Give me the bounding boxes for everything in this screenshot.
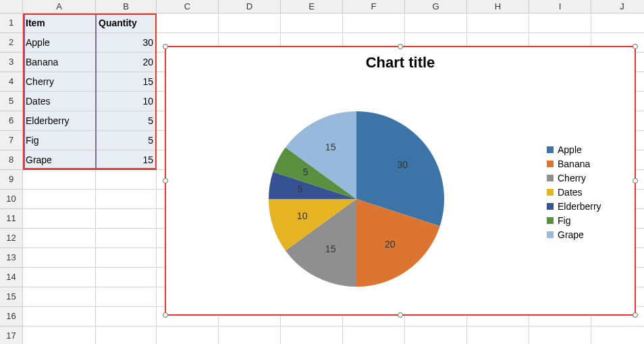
cell-B10[interactable] xyxy=(96,190,157,209)
cell-B7[interactable]: 5 xyxy=(96,131,157,150)
chart-handle-sw[interactable] xyxy=(163,312,168,318)
legend-item-cherry[interactable]: Cherry xyxy=(547,173,626,183)
cell-B14[interactable] xyxy=(96,268,157,287)
chart-legend[interactable]: AppleBananaCherryDatesElderberryFigGrape xyxy=(547,141,635,243)
cell-J1[interactable] xyxy=(591,13,644,33)
row-header-6[interactable]: 6 xyxy=(0,111,23,131)
cell-B16[interactable] xyxy=(96,307,157,326)
column-header-E[interactable]: E xyxy=(281,0,343,13)
chart-handle-s[interactable] xyxy=(398,312,403,318)
column-header-J[interactable]: J xyxy=(591,0,644,13)
column-header-I[interactable]: I xyxy=(529,0,591,13)
column-header-H[interactable]: H xyxy=(467,0,529,13)
legend-item-apple[interactable]: Apple xyxy=(547,144,626,155)
cell-A5[interactable]: Dates xyxy=(23,92,96,111)
cell-C1[interactable] xyxy=(157,13,219,33)
cell-A15[interactable] xyxy=(23,287,96,307)
cell-I1[interactable] xyxy=(529,13,591,33)
legend-item-grape[interactable]: Grape xyxy=(547,229,626,240)
pie-chart-area[interactable]: 302015105515 xyxy=(166,76,547,309)
row-header-16[interactable]: 16 xyxy=(0,307,23,326)
cell-E17[interactable] xyxy=(281,326,343,344)
row-header-1[interactable]: 1 xyxy=(0,13,23,33)
chart-handle-e[interactable] xyxy=(633,178,638,183)
cell-A2[interactable]: Apple xyxy=(23,33,96,53)
row-header-11[interactable]: 11 xyxy=(0,209,23,229)
legend-label: Elderberry xyxy=(558,201,601,212)
row-header-8[interactable]: 8 xyxy=(0,150,23,170)
row-header-7[interactable]: 7 xyxy=(0,131,23,150)
select-all-cell[interactable] xyxy=(0,0,23,13)
cell-I17[interactable] xyxy=(529,326,591,344)
row-header-14[interactable]: 14 xyxy=(0,268,23,287)
cell-B15[interactable] xyxy=(96,287,157,307)
row-header-17[interactable]: 17 xyxy=(0,326,23,344)
chart-title[interactable]: Chart title xyxy=(166,47,635,76)
column-header-C[interactable]: C xyxy=(157,0,219,13)
cell-A3[interactable]: Banana xyxy=(23,53,96,72)
cell-A9[interactable] xyxy=(23,170,96,190)
spreadsheet-sheet: ABCDEFGHIJ 1234567891011121314151617 Ite… xyxy=(0,0,644,344)
chart-handle-se[interactable] xyxy=(633,312,638,318)
legend-item-banana[interactable]: Banana xyxy=(547,159,626,169)
cell-E1[interactable] xyxy=(281,13,343,33)
legend-item-fig[interactable]: Fig xyxy=(547,215,626,226)
cell-B1[interactable]: Quantity xyxy=(96,13,157,33)
cell-B4[interactable]: 15 xyxy=(96,72,157,92)
column-header-F[interactable]: F xyxy=(343,0,405,13)
cell-A8[interactable]: Grape xyxy=(23,150,96,170)
row-header-3[interactable]: 3 xyxy=(0,53,23,72)
cell-B5[interactable]: 10 xyxy=(96,92,157,111)
column-header-G[interactable]: G xyxy=(405,0,467,13)
cell-B3[interactable]: 20 xyxy=(96,53,157,72)
legend-item-dates[interactable]: Dates xyxy=(547,187,626,198)
cell-G1[interactable] xyxy=(405,13,467,33)
legend-item-elderberry[interactable]: Elderberry xyxy=(547,201,626,212)
cell-A12[interactable] xyxy=(23,229,96,248)
chart-object[interactable]: Chart title 302015105515 AppleBananaCher… xyxy=(165,46,636,316)
row-header-9[interactable]: 9 xyxy=(0,170,23,190)
row-header-12[interactable]: 12 xyxy=(0,229,23,248)
cell-C17[interactable] xyxy=(157,326,219,344)
row-header-15[interactable]: 15 xyxy=(0,287,23,307)
cell-A6[interactable]: Elderberry xyxy=(23,111,96,131)
cell-B2[interactable]: 30 xyxy=(96,33,157,53)
cell-A7[interactable]: Fig xyxy=(23,131,96,150)
cell-F1[interactable] xyxy=(343,13,405,33)
cell-A10[interactable] xyxy=(23,190,96,209)
cell-B12[interactable] xyxy=(96,229,157,248)
chart-handle-ne[interactable] xyxy=(633,44,638,49)
column-header-A[interactable]: A xyxy=(23,0,96,13)
cell-A13[interactable] xyxy=(23,248,96,268)
column-header-B[interactable]: B xyxy=(96,0,157,13)
cell-B6[interactable]: 5 xyxy=(96,111,157,131)
cell-B9[interactable] xyxy=(96,170,157,190)
cell-A11[interactable] xyxy=(23,209,96,229)
cell-D17[interactable] xyxy=(219,326,281,344)
cell-B11[interactable] xyxy=(96,209,157,229)
cell-H1[interactable] xyxy=(467,13,529,33)
cell-G17[interactable] xyxy=(405,326,467,344)
chart-handle-nw[interactable] xyxy=(163,44,168,49)
cell-J17[interactable] xyxy=(591,326,644,344)
row-header-4[interactable]: 4 xyxy=(0,72,23,92)
cell-B8[interactable]: 15 xyxy=(96,150,157,170)
cell-A16[interactable] xyxy=(23,307,96,326)
cell-A14[interactable] xyxy=(23,268,96,287)
cell-A1[interactable]: Item xyxy=(23,13,96,33)
row-header-2[interactable]: 2 xyxy=(0,33,23,53)
row-header-10[interactable]: 10 xyxy=(0,190,23,209)
column-header-D[interactable]: D xyxy=(219,0,281,13)
chart-handle-n[interactable] xyxy=(398,44,403,49)
cell-F17[interactable] xyxy=(343,326,405,344)
row-header-13[interactable]: 13 xyxy=(0,248,23,268)
cell-A4[interactable]: Cherry xyxy=(23,72,96,92)
cell-D1[interactable] xyxy=(219,13,281,33)
cell-B13[interactable] xyxy=(96,248,157,268)
cell-B17[interactable] xyxy=(96,326,157,344)
chart-handle-w[interactable] xyxy=(163,178,168,183)
legend-label: Apple xyxy=(558,144,582,155)
cell-A17[interactable] xyxy=(23,326,96,344)
row-header-5[interactable]: 5 xyxy=(0,92,23,111)
cell-H17[interactable] xyxy=(467,326,529,344)
